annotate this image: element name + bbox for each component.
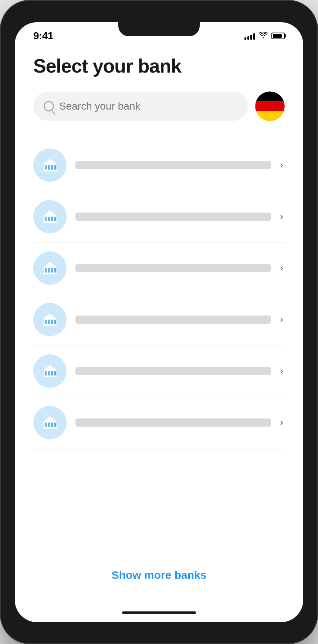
bank-building-icon — [41, 310, 59, 329]
notch — [118, 22, 200, 36]
svg-rect-1 — [255, 91, 285, 101]
bank-building-icon — [41, 156, 59, 174]
svg-rect-43 — [54, 423, 56, 427]
svg-rect-35 — [51, 371, 53, 376]
status-icons — [244, 32, 285, 40]
bank-building-icon — [41, 413, 59, 432]
svg-rect-34 — [48, 371, 50, 376]
bank-item[interactable]: › — [33, 397, 285, 448]
bank-icon-circle — [33, 251, 67, 285]
main-content: Select your bank — [15, 44, 303, 604]
svg-marker-9 — [44, 159, 56, 164]
svg-rect-8 — [54, 165, 56, 170]
svg-rect-38 — [43, 376, 57, 377]
svg-rect-22 — [54, 268, 56, 273]
signal-bar-1 — [244, 37, 246, 40]
bank-item[interactable]: › — [33, 346, 285, 397]
bank-list: › › — [33, 140, 285, 554]
phone-screen: 9:41 — [15, 22, 303, 622]
svg-rect-41 — [48, 423, 50, 427]
bank-item[interactable]: › — [33, 294, 285, 346]
svg-marker-44 — [44, 416, 56, 421]
signal-bars-icon — [244, 32, 255, 40]
country-flag-button[interactable] — [255, 91, 285, 121]
search-row — [33, 91, 285, 121]
svg-rect-20 — [48, 268, 50, 273]
svg-rect-31 — [43, 324, 57, 326]
svg-rect-7 — [51, 165, 53, 170]
signal-bar-3 — [250, 35, 252, 40]
home-indicator — [15, 604, 303, 622]
bank-item[interactable]: › — [33, 243, 285, 294]
svg-rect-26 — [45, 320, 47, 324]
svg-rect-36 — [54, 371, 56, 376]
bank-icon-circle — [33, 303, 67, 336]
bank-building-icon — [41, 362, 59, 380]
bank-icon-circle — [33, 406, 67, 439]
chevron-right-icon: › — [280, 159, 283, 171]
battery-icon — [271, 33, 285, 39]
chevron-right-icon: › — [280, 262, 283, 274]
svg-rect-15 — [54, 217, 56, 221]
svg-marker-16 — [44, 210, 56, 216]
bank-building-icon — [41, 207, 59, 226]
svg-rect-3 — [255, 111, 285, 121]
signal-bar-2 — [247, 36, 249, 40]
svg-rect-5 — [45, 165, 47, 170]
wifi-icon — [259, 32, 268, 40]
battery-fill — [273, 34, 282, 38]
search-icon — [44, 101, 54, 111]
svg-rect-40 — [45, 423, 47, 427]
svg-rect-6 — [48, 165, 50, 170]
svg-rect-45 — [43, 427, 57, 429]
page-title: Select your bank — [33, 56, 285, 77]
bank-icon-circle — [33, 354, 67, 388]
svg-marker-23 — [44, 262, 56, 267]
svg-rect-42 — [51, 423, 53, 427]
svg-rect-12 — [45, 217, 47, 221]
signal-bar-4 — [253, 33, 255, 40]
svg-rect-29 — [54, 320, 56, 324]
bank-name-placeholder — [75, 316, 271, 324]
search-input[interactable] — [59, 100, 237, 112]
svg-marker-37 — [44, 365, 56, 370]
svg-rect-10 — [43, 170, 57, 171]
bank-name-placeholder — [75, 161, 271, 169]
bank-item[interactable]: › — [33, 191, 285, 243]
svg-rect-13 — [48, 217, 50, 221]
bank-building-icon — [41, 259, 59, 277]
phone-frame: 9:41 — [0, 0, 318, 644]
bank-name-placeholder — [75, 213, 271, 221]
bank-icon-circle — [33, 149, 67, 182]
search-container[interactable] — [33, 92, 248, 121]
bank-name-placeholder — [75, 367, 271, 375]
svg-rect-19 — [45, 268, 47, 273]
svg-rect-17 — [43, 221, 57, 223]
chevron-right-icon: › — [280, 314, 283, 325]
search-icon-circle — [44, 101, 54, 111]
home-bar — [122, 611, 196, 614]
chevron-right-icon: › — [280, 211, 283, 222]
svg-rect-33 — [45, 371, 47, 376]
svg-marker-30 — [44, 313, 56, 318]
bank-name-placeholder — [75, 418, 271, 427]
svg-rect-24 — [43, 273, 57, 274]
svg-rect-2 — [255, 101, 285, 111]
svg-rect-27 — [48, 320, 50, 324]
status-time: 9:41 — [33, 30, 53, 42]
bank-name-placeholder — [75, 264, 271, 272]
show-more-wrap: Show more banks — [33, 554, 285, 589]
bank-item[interactable]: › — [33, 140, 285, 191]
chevron-right-icon: › — [280, 417, 283, 428]
svg-rect-14 — [51, 217, 53, 221]
chevron-right-icon: › — [280, 365, 283, 377]
svg-rect-28 — [51, 320, 53, 324]
bank-icon-circle — [33, 200, 67, 233]
german-flag-icon — [255, 91, 285, 121]
svg-rect-21 — [51, 268, 53, 273]
show-more-banks-button[interactable]: Show more banks — [112, 569, 207, 581]
